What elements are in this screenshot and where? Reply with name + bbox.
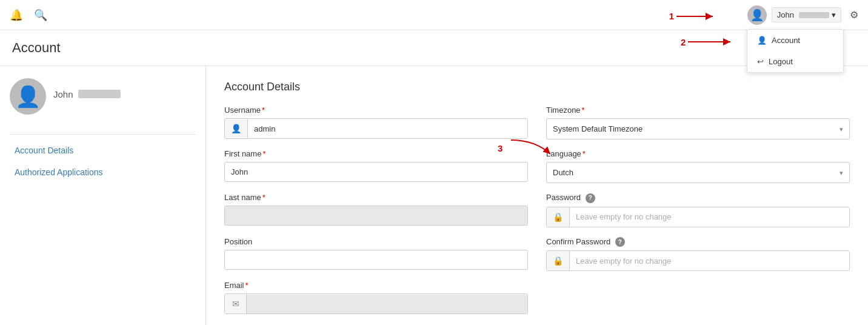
- user-field-icon: 👤: [225, 119, 248, 138]
- annotation-label-1: 1: [669, 11, 674, 21]
- firstname-required: *: [262, 149, 265, 158]
- dropdown-logout-item[interactable]: ↩ Logout: [747, 51, 843, 72]
- account-icon: 👤: [757, 36, 767, 45]
- dropdown-account-item[interactable]: 👤 Account: [747, 30, 843, 51]
- position-input[interactable]: [224, 250, 528, 270]
- username-required: *: [262, 106, 265, 115]
- timezone-label: Timezone*: [546, 106, 850, 115]
- sidebar-item-account-details[interactable]: Account Details: [10, 139, 196, 161]
- confirm-lock-icon: 🔒: [547, 251, 570, 270]
- sidebar-last-name-blurred: [78, 90, 121, 98]
- user-menu-button[interactable]: John ▾: [772, 7, 841, 22]
- lastname-required: *: [262, 193, 265, 202]
- content-area: Account Details Username* 👤 Timezone*: [206, 66, 868, 325]
- position-group: Position: [224, 237, 528, 272]
- confirm-password-input-wrapper: 🔒: [546, 250, 850, 271]
- email-input[interactable]: [247, 295, 527, 313]
- language-label: Language*: [546, 149, 850, 158]
- annotation-1: 1: [669, 10, 719, 22]
- search-icon[interactable]: 🔍: [34, 8, 47, 22]
- email-group: Email* ✉: [224, 281, 528, 314]
- email-icon: ✉: [225, 294, 247, 313]
- timezone-group: Timezone* System Default Timezone ▾: [546, 106, 850, 139]
- timezone-select[interactable]: System Default Timezone: [547, 119, 849, 139]
- confirm-password-input[interactable]: [570, 252, 849, 270]
- position-label: Position: [224, 237, 528, 246]
- account-details-form: Username* 👤 Timezone* System Default Tim…: [224, 106, 850, 314]
- navbar-right: 1 👤 John ▾ ⚙: [747, 5, 858, 25]
- password-group: Password ? 🔒: [546, 193, 850, 227]
- firstname-group: First name*: [224, 149, 528, 183]
- firstname-label: First name*: [224, 149, 528, 158]
- section-title: Account Details: [224, 81, 850, 93]
- lastname-label: Last name*: [224, 193, 528, 202]
- annotation-label-2: 2: [681, 37, 686, 47]
- sidebar-avatar: 👤: [10, 78, 46, 115]
- timezone-select-wrapper: System Default Timezone ▾: [546, 118, 850, 139]
- timezone-required: *: [582, 106, 585, 115]
- logout-icon: ↩: [757, 57, 764, 66]
- user-dropdown-menu: 2 👤 Account ↩ Logout: [747, 29, 844, 73]
- username-group: Username* 👤: [224, 106, 528, 139]
- language-required: *: [583, 149, 586, 158]
- password-input-wrapper: 🔒: [546, 207, 850, 227]
- password-help-icon[interactable]: ?: [586, 193, 595, 203]
- username-label: Username*: [224, 106, 528, 115]
- annotation-arrow-2: [688, 36, 736, 48]
- confirm-password-group: Confirm Password ? 🔒: [546, 237, 850, 272]
- user-name-display: John: [777, 10, 794, 19]
- user-name-blurred: [799, 12, 829, 18]
- navbar: 🔔 🔍 1 👤 John ▾ ⚙: [0, 0, 868, 30]
- dropdown-caret-icon: ▾: [832, 10, 836, 19]
- page-title-bar: Account: [0, 30, 868, 66]
- dropdown-logout-label: Logout: [769, 57, 793, 66]
- avatar: 👤: [747, 5, 767, 25]
- gear-icon[interactable]: ⚙: [850, 9, 858, 21]
- lastname-group: Last name*: [224, 193, 528, 227]
- firstname-input[interactable]: [224, 162, 528, 182]
- lastname-input[interactable]: [224, 206, 528, 226]
- language-select-wrapper: Dutch ▾: [546, 162, 850, 183]
- main-layout: 👤 John Account Details Authorized Applic…: [0, 66, 868, 325]
- navbar-icons: 🔔 🔍: [10, 8, 47, 22]
- annotation-label-3: 3: [498, 143, 502, 153]
- sidebar-divider: [10, 134, 196, 135]
- username-input-wrapper: 👤: [224, 118, 528, 139]
- language-group: 3 Language* Dutch: [546, 149, 850, 183]
- confirm-password-help-icon[interactable]: ?: [615, 237, 625, 247]
- sidebar: 👤 John Account Details Authorized Applic…: [0, 66, 206, 325]
- annotation-arrow-1: [676, 10, 719, 22]
- email-input-wrapper: ✉: [224, 293, 528, 314]
- sidebar-item-authorized-apps[interactable]: Authorized Applications: [10, 161, 196, 183]
- sidebar-user-info: 👤 John: [10, 78, 196, 122]
- password-label: Password ?: [546, 193, 850, 203]
- sidebar-user-name: John: [53, 89, 121, 99]
- bell-icon[interactable]: 🔔: [10, 8, 23, 22]
- sidebar-first-name: John: [53, 89, 73, 99]
- annotation-arrow-3: [505, 137, 559, 159]
- annotation-2: 2: [681, 36, 736, 48]
- username-input[interactable]: [248, 119, 527, 138]
- email-label: Email*: [224, 281, 528, 290]
- confirm-password-label: Confirm Password ?: [546, 237, 850, 247]
- password-input[interactable]: [570, 207, 849, 226]
- annotation-3: 3: [498, 137, 559, 159]
- lock-icon: 🔒: [547, 207, 570, 227]
- language-select[interactable]: Dutch: [547, 162, 849, 183]
- dropdown-account-label: Account: [772, 36, 800, 45]
- email-required: *: [245, 281, 249, 290]
